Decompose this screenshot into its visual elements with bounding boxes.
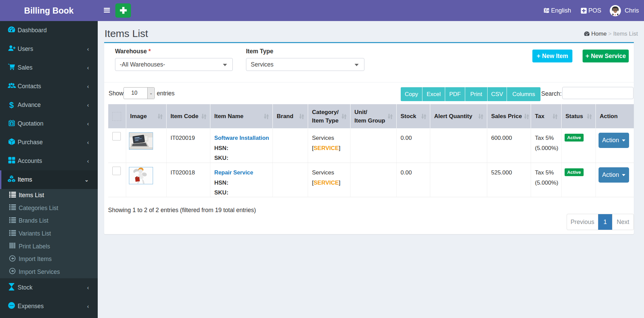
svg-text:A: A xyxy=(547,9,549,12)
